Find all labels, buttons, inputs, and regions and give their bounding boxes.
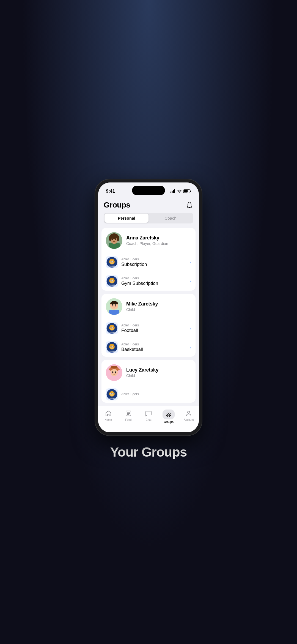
svg-point-89 (167, 413, 169, 414)
chevron-anna-1: › (190, 279, 191, 284)
svg-text:TIGERS: TIGERS (109, 265, 115, 267)
feed-icon (125, 410, 132, 417)
user-card-lucy: Lucy Zaretsky Child (101, 360, 196, 403)
nav-item-home[interactable]: Home (98, 408, 118, 425)
svg-point-78 (111, 372, 113, 374)
group-name-mike-1: Basketball (121, 347, 186, 352)
bell-icon (186, 201, 193, 209)
nav-label-home: Home (105, 418, 112, 421)
avatar-lucy (106, 364, 122, 381)
chat-icon (145, 410, 152, 417)
tigers-logo-mike-1: TIGERS (106, 341, 118, 353)
svg-point-86 (113, 393, 114, 394)
user-info-mike: Mike Zaretsky Child (126, 301, 158, 312)
group-text-lucy-0: Abler Tigers (121, 392, 191, 397)
svg-point-12 (109, 236, 112, 241)
user-header-anna: Anna Zaretsky Coach, Player, Guardian (101, 228, 196, 253)
group-item-anna-0[interactable]: TIGERS Abler Tigers Subscription › (101, 253, 196, 272)
user-name-lucy: Lucy Zaretsky (126, 367, 158, 373)
group-org-lucy-0: Abler Tigers (121, 392, 191, 396)
group-item-anna-1[interactable]: TIGERS Abler Tigers Gym Subscription › (101, 272, 196, 291)
home-icon (105, 410, 112, 417)
svg-point-15 (115, 239, 116, 240)
nav-label-groups: Groups (164, 421, 174, 424)
groups-icon-bg (163, 410, 175, 419)
svg-text:TIGERS: TIGERS (109, 331, 115, 333)
phone-screen: 9:41 (98, 182, 199, 432)
groups-scroll-area[interactable]: Anna Zaretsky Coach, Player, Guardian (98, 228, 199, 406)
tigers-logo-anna-0: TIGERS (106, 256, 118, 268)
anna-avatar-image (106, 232, 122, 249)
signal-icon (170, 189, 175, 193)
group-org-mike-0: Abler Tigers (121, 323, 186, 327)
chevron-anna-0: › (190, 260, 191, 265)
notification-button[interactable] (186, 201, 193, 209)
phone-frame: 9:41 (95, 179, 202, 436)
segment-control: Personal Coach (104, 213, 193, 223)
group-text-anna-1: Abler Tigers Gym Subscription (121, 276, 186, 286)
tab-coach[interactable]: Coach (148, 214, 193, 223)
tigers-logo-anna-1: TIGERS (106, 275, 118, 287)
svg-point-14 (112, 239, 113, 240)
user-header-mike: Mike Zaretsky Child (101, 294, 196, 319)
account-icon (185, 410, 193, 417)
page-header: Groups (98, 196, 199, 213)
group-text-anna-0: Abler Tigers Subscription (121, 257, 186, 267)
svg-text:TIGERS: TIGERS (109, 397, 115, 399)
tigers-logo-icon: TIGERS (106, 257, 117, 268)
tigers-logo-icon-4: TIGERS (106, 342, 117, 353)
group-org-anna-0: Abler Tigers (121, 257, 186, 261)
svg-rect-5 (190, 190, 191, 192)
svg-point-13 (117, 236, 119, 241)
svg-point-54 (112, 328, 112, 329)
group-item-mike-1[interactable]: TIGERS Abler Tigers Basketball › (101, 338, 196, 357)
nav-item-chat[interactable]: Chat (138, 408, 158, 425)
svg-point-77 (116, 372, 116, 372)
svg-point-85 (111, 393, 112, 394)
user-role-mike: Child (126, 307, 158, 312)
nav-item-groups[interactable]: Groups (159, 408, 179, 425)
user-name-mike: Mike Zaretsky (126, 301, 158, 307)
nav-label-feed: Feed (125, 418, 131, 421)
dynamic-island (132, 186, 165, 195)
svg-point-34 (112, 281, 112, 282)
svg-point-40 (112, 304, 114, 305)
svg-point-65 (112, 347, 112, 348)
svg-point-63 (111, 346, 112, 347)
group-name-anna-1: Gym Subscription (121, 281, 186, 286)
svg-text:TIGERS: TIGERS (109, 350, 115, 352)
nav-item-feed[interactable]: Feed (118, 408, 138, 425)
svg-text:TIGERS: TIGERS (109, 284, 115, 286)
svg-rect-46 (109, 310, 119, 315)
tab-personal[interactable]: Personal (105, 214, 148, 223)
svg-rect-3 (174, 189, 175, 193)
user-name-anna: Anna Zaretsky (126, 235, 168, 241)
status-bar: 9:41 (98, 182, 199, 196)
group-item-mike-0[interactable]: TIGERS Abler Tigers Football › (101, 319, 196, 338)
svg-point-32 (111, 280, 112, 281)
svg-point-41 (115, 304, 116, 305)
svg-rect-6 (184, 190, 188, 192)
chevron-mike-0: › (190, 326, 191, 331)
wifi-icon (177, 189, 182, 193)
svg-point-44 (111, 305, 113, 307)
tigers-logo-lucy-0: TIGERS (106, 388, 118, 400)
tagline-text: Your Groups (110, 444, 187, 460)
svg-point-21 (111, 261, 112, 262)
tigers-logo-icon-5: TIGERS (106, 389, 117, 400)
chevron-mike-1: › (190, 345, 191, 350)
group-item-lucy-0[interactable]: TIGERS Abler Tigers (101, 385, 196, 403)
group-org-mike-1: Abler Tigers (121, 342, 186, 346)
tigers-logo-mike-0: TIGERS (106, 322, 118, 334)
page-title: Groups (104, 201, 130, 209)
svg-rect-0 (170, 192, 171, 193)
group-text-mike-0: Abler Tigers Football (121, 323, 186, 333)
mike-avatar-image (106, 298, 122, 315)
avatar-mike (106, 298, 122, 315)
svg-point-76 (113, 372, 113, 372)
svg-point-72 (111, 366, 117, 369)
svg-point-79 (116, 372, 117, 374)
nav-item-account[interactable]: Account (179, 408, 199, 425)
avatar-anna (106, 232, 122, 249)
svg-rect-2 (173, 190, 174, 193)
